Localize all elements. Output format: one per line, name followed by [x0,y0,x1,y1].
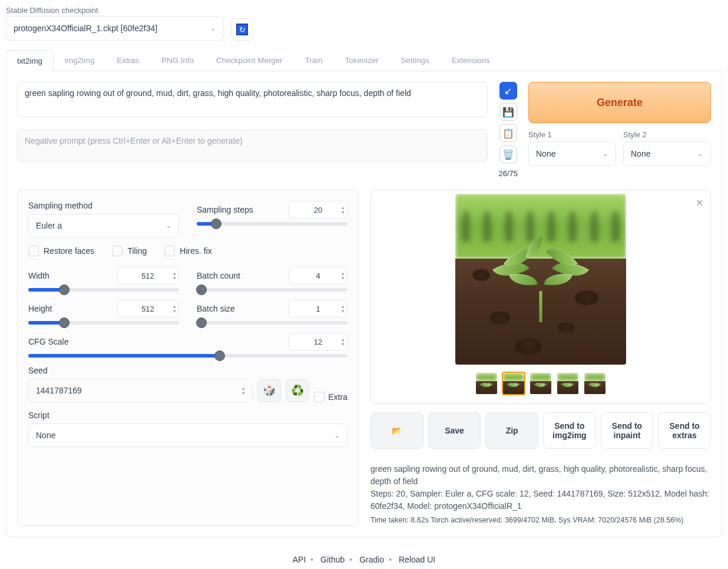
height-label: Height [28,304,52,313]
chevron-down-icon: ⌄ [166,221,171,230]
thumb-4[interactable] [583,372,607,395]
tab-tokenizer[interactable]: Tokenizer [333,49,389,71]
tab-extensions[interactable]: Extensions [441,49,501,71]
trash-icon: 🗑️ [502,149,514,160]
footer-links: API• Github• Gradio• Reload UI [6,555,722,564]
close-icon[interactable]: ✕ [696,197,703,209]
negative-prompt-input[interactable] [17,130,488,161]
clear-button[interactable]: 🗑️ [499,145,517,163]
reload-ui-link[interactable]: Reload UI [399,555,435,564]
summary-prompt: green sapling rowing out of ground, mud,… [370,463,711,488]
tab-img2img[interactable]: img2img [54,49,105,71]
recycle-icon: ♻️ [291,384,304,397]
extra-checkbox[interactable]: Extra [314,392,348,402]
batch-count-slider[interactable] [197,288,348,292]
tiling-checkbox[interactable]: Tiling [112,246,147,256]
sampling-steps-slider[interactable] [197,222,348,226]
checkpoint-value: protogenX34OfficialR_1.ckpt [60fe2f34] [14,24,157,33]
thumb-2[interactable] [529,372,552,395]
token-counter: 26/75 [498,169,518,178]
sampling-method-select[interactable]: Euler a⌄ [28,214,179,237]
zip-button[interactable]: Zip [485,412,538,449]
summary-params: Steps: 20, Sampler: Euler a, CFG scale: … [370,488,711,512]
chevron-down-icon: ⌄ [603,150,608,158]
tab-train[interactable]: Train [294,49,334,71]
style2-label: Style 2 [623,130,711,139]
checkpoint-select[interactable]: protogenX34OfficialR_1.ckpt [60fe2f34] ⌄ [6,16,224,41]
style1-label: Style 1 [528,130,616,139]
sampling-method-label: Sampling method [28,201,179,210]
restore-faces-checkbox[interactable]: Restore faces [28,246,94,256]
seed-input[interactable]: 1441787169▴▾ [28,379,253,402]
tab-extras[interactable]: Extras [105,49,150,71]
send-to-inpaint-button[interactable]: Send to inpaint [601,412,654,449]
prompt-input[interactable] [17,82,488,117]
batch-size-input[interactable]: 1▴▾ [289,300,348,317]
send-to-img2img-button[interactable]: Send to img2img [543,412,596,449]
tab-bar: txt2img img2img Extras PNG Info Checkpoi… [6,49,722,71]
thumb-1[interactable] [502,372,525,395]
width-slider[interactable] [28,288,179,292]
hires-fix-checkbox[interactable]: Hires. fix [164,246,211,256]
sampling-steps-label: Sampling steps [197,205,253,214]
gradio-link[interactable]: Gradio [359,555,384,564]
interrogate-button[interactable]: ↙ [499,82,517,100]
refresh-icon: ↻ [236,24,248,35]
output-gallery: ✕ [370,190,711,404]
tab-pnginfo[interactable]: PNG Info [150,49,205,71]
tab-checkpoint-merger[interactable]: Checkpoint Merger [205,49,294,71]
api-link[interactable]: API [293,555,306,564]
cfg-slider[interactable] [28,354,348,358]
chevron-down-icon: ⌄ [210,24,216,32]
tab-txt2img[interactable]: txt2img [6,50,54,71]
summary-perf: Time taken: 8.62s Torch active/reserved:… [370,515,711,526]
batch-size-slider[interactable] [197,321,348,325]
github-link[interactable]: Github [320,555,345,564]
sampling-steps-input[interactable]: 20▴▾ [289,201,348,219]
cfg-input[interactable]: 12▴▾ [289,333,348,350]
batch-size-label: Batch size [197,304,235,313]
height-slider[interactable] [28,321,179,325]
thumb-3[interactable] [556,372,580,395]
style2-select[interactable]: None⌄ [623,141,711,166]
random-seed-button[interactable]: 🎲 [257,379,281,402]
batch-count-input[interactable]: 4▴▾ [289,267,348,284]
tab-settings[interactable]: Settings [389,49,440,71]
send-to-extras-button[interactable]: Send to extras [658,412,711,449]
save-button[interactable]: Save [428,412,481,449]
dice-icon: 🎲 [263,384,276,397]
chevron-down-icon: ⌄ [334,431,340,439]
checkpoint-label: Stable Diffusion checkpoint [6,6,224,15]
open-folder-button[interactable]: 📂 [370,412,423,449]
batch-count-label: Batch count [197,271,240,280]
save-icon: 💾 [502,107,514,118]
arrow-icon: ↙ [504,85,512,97]
width-input[interactable]: 512▴▾ [117,267,179,284]
generate-button[interactable]: Generate [528,82,711,123]
seed-label: Seed [28,366,348,375]
width-label: Width [28,271,49,280]
paste-button[interactable]: 📋 [499,124,517,142]
chevron-down-icon: ⌄ [697,150,703,158]
cfg-label: CFG Scale [28,337,68,346]
clipboard-icon: 📋 [502,128,514,139]
thumb-0[interactable] [475,372,498,395]
style1-select[interactable]: None⌄ [528,141,616,166]
output-image-main[interactable] [455,194,626,365]
height-input[interactable]: 512▴▾ [117,300,179,317]
script-label: Script [28,411,348,420]
reuse-seed-button[interactable]: ♻️ [286,379,309,402]
folder-icon: 📂 [392,426,402,435]
save-style-button[interactable]: 💾 [499,103,517,121]
script-select[interactable]: None⌄ [28,424,348,447]
refresh-checkpoint-button[interactable]: ↻ [231,18,253,41]
